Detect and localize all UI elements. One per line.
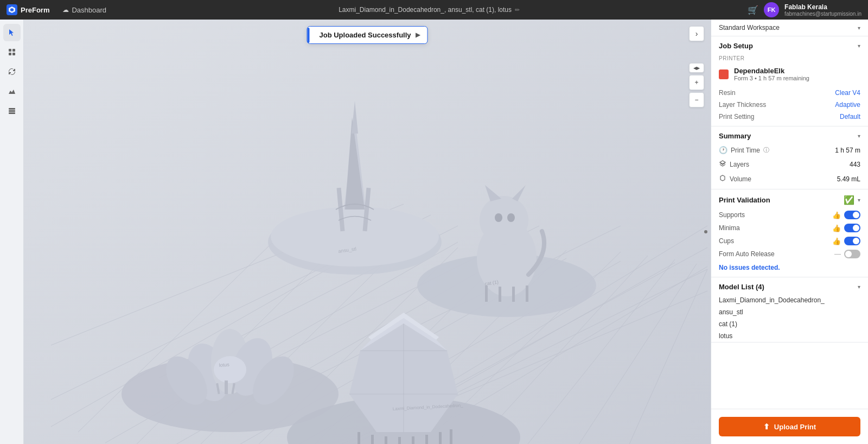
print-time-value: 1 h 57 m (835, 147, 860, 154)
workspace-label: Standard Workspace (719, 24, 780, 31)
upload-btn-label: Upload Print (774, 423, 816, 431)
svg-rect-2 (9, 53, 11, 55)
zoom-in-button[interactable]: + (689, 75, 704, 90)
printer-sub: Form 3 • 1 h 57 m remaining (734, 75, 809, 81)
print-validation-section: Print Validation ✅ ▾ Supports 👍 Minima 👍 (711, 189, 868, 277)
job-setup-title: Job Setup (719, 42, 753, 50)
print-time-row: 🕐 Print Time ⓘ 1 h 57 m (711, 143, 868, 157)
cups-toggle[interactable] (844, 237, 860, 245)
job-setup-chevron-icon: ▾ (858, 43, 860, 49)
volume-value: 5.49 mL (837, 175, 860, 183)
viewport-scene: ansu_stl lotus cat (1) Laxmi_Diamond_in_… (24, 20, 711, 444)
summary-chevron-icon: ▾ (858, 133, 860, 139)
svg-point-48 (214, 356, 246, 383)
viewport[interactable]: ansu_stl lotus cat (1) Laxmi_Diamond_in_… (24, 20, 711, 444)
topbar: PreForm ☁ Dashboard Laxmi_Diamond_in_Dod… (0, 0, 868, 20)
form-auto-release-row: Form Auto Release — (711, 248, 868, 261)
form-auto-release-label: Form Auto Release (719, 250, 775, 258)
clock-icon: 🕐 (719, 146, 727, 154)
svg-text:lotus: lotus (219, 361, 229, 368)
minima-row: Minima 👍 (711, 221, 868, 234)
dashboard-tab[interactable]: ☁ Dashboard (58, 4, 111, 16)
edit-icon[interactable]: ✏ (515, 7, 520, 14)
cups-label: Cups (719, 237, 734, 245)
svg-rect-5 (9, 110, 15, 112)
tool-layers[interactable] (3, 102, 21, 119)
job-setup-header[interactable]: Job Setup ▾ (711, 36, 868, 53)
supports-controls: 👍 (832, 211, 860, 219)
cups-row: Cups 👍 (711, 234, 868, 248)
model-list-header: Model List (4) ▾ (711, 277, 868, 294)
viewport-controls: ◀▶ + − (689, 63, 704, 107)
model-item-3[interactable]: cat (1) (711, 318, 868, 330)
tool-rotate[interactable] (3, 63, 21, 80)
svg-rect-1 (12, 49, 15, 52)
app-logo[interactable]: PreForm (7, 4, 49, 15)
scroll-indicator (704, 230, 707, 233)
tool-select[interactable] (3, 24, 21, 41)
user-name: Fablab Kerala (784, 3, 861, 11)
model-list-chevron-icon[interactable]: ▾ (858, 284, 860, 290)
layers-left: Layers (719, 160, 749, 169)
upload-print-button[interactable]: ⬆ Upload Print (719, 417, 860, 436)
validation-chevron-icon[interactable]: ▾ (858, 197, 860, 203)
svg-rect-76 (439, 432, 442, 444)
cups-controls: 👍 (832, 237, 860, 245)
print-setting-label: Print Setting (719, 113, 754, 120)
resin-row: Resin Clear V4 (711, 87, 868, 99)
svg-rect-70 (358, 432, 360, 444)
tool-grid[interactable] (3, 43, 21, 61)
file-title: Laxmi_Diamond_in_Dodecahedron_, ansu_stl… (119, 6, 739, 14)
cloud-icon: ☁ (62, 6, 69, 14)
workspace-chevron-icon: ▾ (858, 25, 860, 31)
model-item-1[interactable]: Laxmi_Diamond_in_Dodecahedron_ (711, 294, 868, 306)
model-item-2[interactable]: ansu_stl (711, 306, 868, 318)
svg-rect-73 (398, 437, 401, 444)
layers-row: Layers 443 (711, 157, 868, 172)
workspace-selector[interactable]: Standard Workspace ▾ (711, 20, 868, 36)
supports-toggle[interactable] (844, 211, 860, 219)
form-auto-release-dash: — (834, 250, 841, 258)
layers-value: 443 (850, 161, 860, 168)
volume-row: Volume 5.49 mL (711, 172, 868, 189)
volume-label: Volume (730, 175, 751, 183)
svg-rect-59 (485, 286, 488, 302)
cart-icon[interactable]: 🛒 (748, 5, 758, 15)
job-banner: Job Uploaded Successfully ▶ (307, 26, 427, 44)
expand-button[interactable]: › (689, 26, 704, 41)
minima-controls: 👍 (832, 224, 860, 232)
model-item-4[interactable]: lotus (711, 330, 868, 342)
upload-icon: ⬆ (763, 422, 770, 431)
minima-label: Minima (719, 224, 740, 232)
printer-name: DependableElk (734, 67, 809, 75)
svg-rect-0 (9, 49, 11, 52)
layer-thickness-label: Layer Thickness (719, 101, 766, 109)
zoom-out-button[interactable]: − (689, 92, 704, 107)
layers-icon (719, 160, 726, 169)
svg-rect-49 (225, 380, 228, 394)
supports-thumb-icon: 👍 (832, 211, 841, 219)
print-setting-value[interactable]: Default (840, 113, 860, 120)
info-icon[interactable]: ⓘ (763, 146, 769, 154)
svg-point-58 (507, 213, 515, 222)
svg-rect-61 (512, 287, 515, 302)
model-list-section: Model List (4) ▾ Laxmi_Diamond_in_Dodeca… (711, 277, 868, 342)
printer-label: PRINTER (711, 53, 868, 64)
logo-icon (7, 4, 17, 15)
summary-header[interactable]: Summary ▾ (711, 126, 868, 143)
resin-value[interactable]: Clear V4 (835, 89, 860, 97)
user-avatar[interactable]: FK (764, 2, 779, 17)
minima-thumb-icon: 👍 (832, 224, 841, 232)
svg-point-54 (480, 196, 528, 245)
layer-thickness-value[interactable]: Adaptive (835, 101, 860, 109)
pan-arrows[interactable]: ◀▶ (689, 63, 704, 73)
form-auto-release-toggle[interactable] (844, 250, 860, 258)
summary-title: Summary (719, 132, 751, 140)
user-email: fabmachines@startupmission.in (784, 11, 861, 17)
svg-rect-77 (450, 429, 452, 444)
tool-terrain[interactable] (3, 83, 21, 100)
banner-arrow-icon: ▶ (416, 31, 420, 39)
file-title-text: Laxmi_Diamond_in_Dodecahedron_, ansu_stl… (339, 6, 512, 14)
minima-toggle[interactable] (844, 224, 860, 232)
validation-header: Print Validation ✅ ▾ (711, 189, 868, 208)
